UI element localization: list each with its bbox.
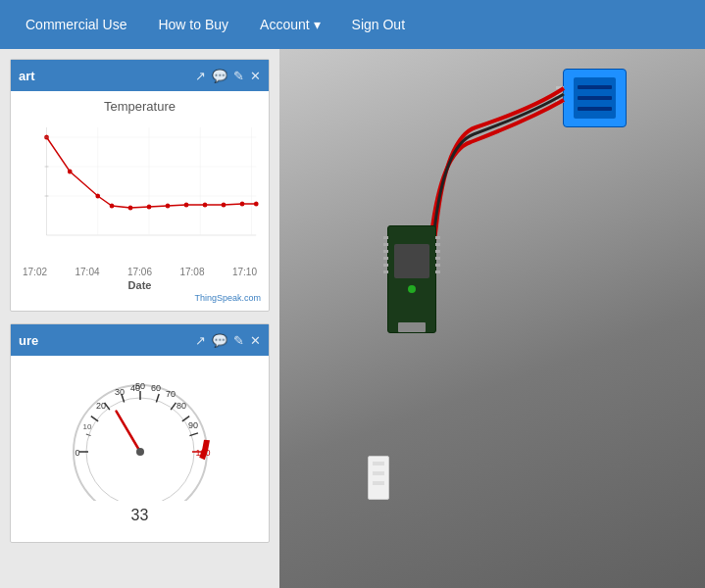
gauge-value: 33 <box>131 507 149 524</box>
chart-card-body: Temperature <box>11 91 269 311</box>
gauge-comment-icon[interactable]: 💬 <box>212 333 227 348</box>
svg-text:90: 90 <box>187 420 197 430</box>
svg-point-13 <box>128 206 133 211</box>
x-axis-label: Date <box>19 279 261 291</box>
gauge-card: ure ↗ 💬 ✎ ✕ <box>10 323 270 543</box>
svg-point-19 <box>240 202 245 207</box>
x-label-0: 17:02 <box>23 267 47 277</box>
right-panel <box>279 49 705 588</box>
chart-card-title: art <box>19 69 35 83</box>
svg-point-12 <box>110 204 115 209</box>
svg-text:10: 10 <box>82 422 91 431</box>
temperature-chart-card: art ↗ 💬 ✎ ✕ Temperature <box>10 59 270 312</box>
edit-icon[interactable]: ✎ <box>233 69 244 83</box>
svg-text:60: 60 <box>150 383 160 393</box>
svg-point-10 <box>68 170 73 174</box>
svg-text:20: 20 <box>95 401 105 411</box>
thingspeak-label: ThingSpeak.com <box>19 293 261 303</box>
wires-svg <box>279 49 705 588</box>
hardware-photo <box>279 49 705 588</box>
svg-point-15 <box>166 204 171 209</box>
chart-card-icons: ↗ 💬 ✎ ✕ <box>195 69 261 83</box>
x-label-3: 17:08 <box>179 267 204 277</box>
svg-text:70: 70 <box>165 389 175 399</box>
share-icon[interactable]: ↗ <box>195 69 206 83</box>
comment-icon[interactable]: 💬 <box>212 69 227 83</box>
temperature-svg <box>19 118 261 255</box>
nav-sign-out[interactable]: Sign Out <box>336 9 421 40</box>
chart-area <box>19 118 261 265</box>
svg-point-17 <box>203 203 208 208</box>
gauge-card-title: ure <box>19 333 38 348</box>
gauge-card-body: 0 10 20 30 40 <box>11 356 269 542</box>
svg-text:80: 80 <box>176 401 185 411</box>
svg-point-11 <box>95 194 100 199</box>
svg-text:0: 0 <box>75 448 79 458</box>
main-layout: art ↗ 💬 ✎ ✕ Temperature <box>0 49 705 588</box>
nav-commercial-use[interactable]: Commercial Use <box>10 9 142 40</box>
gauge-svg: 0 10 20 30 40 <box>62 373 219 501</box>
svg-point-49 <box>136 448 144 456</box>
svg-text:50: 50 <box>134 381 144 391</box>
navbar: Commercial Use How to Buy Account ▾ Sign… <box>0 0 705 49</box>
gauge-edit-icon[interactable]: ✎ <box>233 333 244 348</box>
chart-x-labels: 17:02 17:04 17:06 17:08 17:10 <box>19 267 261 277</box>
nav-account[interactable]: Account ▾ <box>244 9 335 40</box>
x-label-2: 17:06 <box>127 267 152 277</box>
left-panel: art ↗ 💬 ✎ ✕ Temperature <box>0 49 279 588</box>
close-icon[interactable]: ✕ <box>250 69 261 83</box>
nav-how-to-buy[interactable]: How to Buy <box>142 9 244 40</box>
chart-title: Temperature <box>19 99 261 114</box>
svg-point-16 <box>184 203 189 208</box>
svg-point-20 <box>254 202 259 207</box>
svg-point-18 <box>222 203 227 208</box>
chart-card-header: art ↗ 💬 ✎ ✕ <box>11 60 269 91</box>
svg-point-14 <box>147 205 152 210</box>
x-label-4: 17:10 <box>232 267 257 277</box>
gauge-card-icons: ↗ 💬 ✎ ✕ <box>195 333 261 348</box>
x-label-1: 17:04 <box>75 267 99 277</box>
gauge-container: 0 10 20 30 40 <box>19 364 261 534</box>
gauge-card-header: ure ↗ 💬 ✎ ✕ <box>11 324 269 356</box>
gauge-share-icon[interactable]: ↗ <box>195 333 206 348</box>
gauge-close-icon[interactable]: ✕ <box>250 333 261 348</box>
svg-text:30: 30 <box>114 387 124 397</box>
